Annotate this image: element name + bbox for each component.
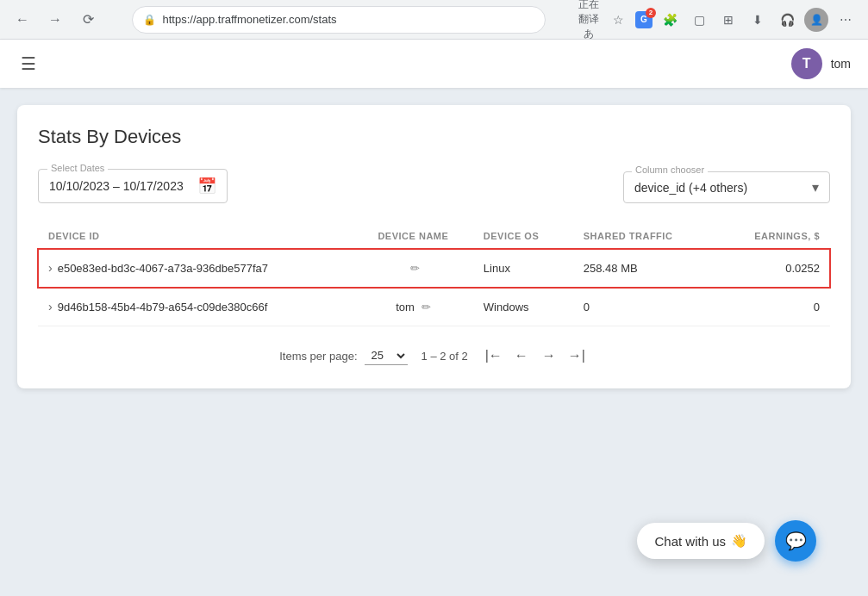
table-row: › e50e83ed-bd3c-4067-a73a-936dbe577fa7 ✏…	[38, 249, 830, 288]
cell-device-name-1: ✏	[353, 249, 473, 288]
stats-card: Stats By Devices Select Dates 10/10/2023…	[17, 105, 851, 388]
date-label: Select Dates	[47, 163, 108, 173]
top-nav: ☰ T tom	[0, 40, 868, 88]
more-menu-button[interactable]: ⋯	[834, 8, 858, 32]
cell-shared-traffic-2: 0	[573, 288, 717, 326]
user-info: T tom	[791, 48, 851, 79]
per-page-select[interactable]: 25 50 100	[365, 346, 408, 365]
device-name-value-2: tom	[396, 301, 415, 314]
extensions-button[interactable]: G 2	[635, 11, 653, 28]
bookmark-button[interactable]: ☆	[606, 8, 630, 32]
split-view-button[interactable]: ▢	[687, 8, 711, 32]
cell-device-name-2: tom ✏	[353, 288, 473, 326]
device-id-value-1: e50e83ed-bd3c-4067-a73a-936dbe577fa7	[58, 262, 268, 275]
user-name: tom	[831, 57, 851, 71]
headphone-button[interactable]: 🎧	[775, 8, 799, 32]
column-chooser[interactable]: Column chooser device_id (+4 others) ▾	[623, 171, 830, 203]
column-chooser-select[interactable]: device_id (+4 others) ▾	[623, 171, 830, 203]
chat-widget: Chat with us 👋 💬	[637, 520, 816, 562]
dropdown-arrow-icon: ▾	[812, 179, 819, 196]
cell-device-id-1: › e50e83ed-bd3c-4067-a73a-936dbe577fa7	[38, 249, 353, 288]
bookmarks-bar-button[interactable]: ⊞	[716, 8, 740, 32]
cell-earnings-2: 0	[717, 288, 830, 326]
download-button[interactable]: ⬇	[746, 8, 770, 32]
device-id-value-2: 9d46b158-45b4-4b79-a654-c09de380c66f	[58, 301, 268, 314]
page-title: Stats By Devices	[38, 126, 830, 148]
first-page-button[interactable]: |←	[482, 344, 506, 368]
table-wrapper: DEVICE ID DEVICE NAME DEVICE OS SHARED T…	[38, 224, 830, 326]
extensions-badge: 2	[646, 8, 656, 18]
main-content: Stats By Devices Select Dates 10/10/2023…	[0, 88, 868, 406]
forward-button[interactable]: →	[43, 8, 67, 32]
chat-emoji: 👋	[731, 533, 747, 549]
url-text: https://app.traffmonetizer.com/stats	[163, 13, 337, 26]
table-row: › 9d46b158-45b4-4b79-a654-c09de380c66f t…	[38, 288, 830, 326]
cell-earnings-1: 0.0252	[717, 249, 830, 288]
col-shared-traffic: SHARED TRAFFIC	[573, 224, 717, 249]
edit-icon-1[interactable]: ✏	[410, 262, 420, 275]
next-page-button[interactable]: →	[537, 344, 561, 368]
items-per-page-label: Items per page:	[279, 350, 357, 363]
table-header: DEVICE ID DEVICE NAME DEVICE OS SHARED T…	[38, 224, 830, 249]
col-device-id: DEVICE ID	[38, 224, 353, 249]
col-device-name: DEVICE NAME	[353, 224, 473, 249]
edit-icon-2[interactable]: ✏	[422, 301, 431, 314]
date-picker[interactable]: Select Dates 10/10/2023 – 10/17/2023 📅	[38, 169, 228, 203]
translate-button[interactable]: 正在翻译 あ	[577, 8, 601, 32]
chat-label: Chat with us	[654, 534, 726, 549]
lock-icon: 🔒	[143, 14, 156, 26]
app-container: ☰ T tom Stats By Devices Select Dates 10…	[0, 40, 868, 596]
last-page-button[interactable]: →|	[565, 344, 589, 368]
prev-page-button[interactable]: ←	[509, 344, 534, 368]
refresh-button[interactable]: ⟳	[76, 8, 100, 32]
cell-device-os-1: Linux	[473, 249, 573, 288]
header-row: DEVICE ID DEVICE NAME DEVICE OS SHARED T…	[38, 224, 830, 249]
stats-table: DEVICE ID DEVICE NAME DEVICE OS SHARED T…	[38, 224, 830, 326]
pagination-row: Items per page: 25 50 100 1 – 2 of 2 |← …	[38, 344, 830, 368]
col-earnings: EARNINGS, $	[717, 224, 830, 249]
column-chooser-value: device_id (+4 others)	[634, 181, 747, 195]
cell-device-os-2: Windows	[473, 288, 573, 326]
items-per-page: Items per page: 25 50 100	[279, 346, 407, 365]
expand-arrow-1[interactable]: ›	[48, 261, 53, 275]
chat-bubble[interactable]: Chat with us 👋	[637, 523, 765, 559]
chat-button[interactable]: 💬	[775, 520, 816, 562]
browser-right-icons: 正在翻译 あ ☆ G 2 🧩 ▢ ⊞ ⬇ 🎧 👤 ⋯	[577, 8, 858, 32]
col-device-os: DEVICE OS	[473, 224, 573, 249]
cell-device-id-2: › 9d46b158-45b4-4b79-a654-c09de380c66f	[38, 288, 353, 326]
table-body: › e50e83ed-bd3c-4067-a73a-936dbe577fa7 ✏…	[38, 249, 830, 326]
browser-profile-avatar[interactable]: 👤	[804, 8, 828, 32]
extensions-puzzle-button[interactable]: 🧩	[658, 8, 682, 32]
filters-row: Select Dates 10/10/2023 – 10/17/2023 📅 C…	[38, 169, 830, 203]
user-avatar[interactable]: T	[791, 48, 822, 79]
page-nav-buttons: |← ← → →|	[482, 344, 589, 368]
hamburger-menu[interactable]: ☰	[17, 50, 40, 78]
back-button[interactable]: ←	[10, 8, 34, 32]
page-info: 1 – 2 of 2	[422, 350, 468, 363]
cell-shared-traffic-1: 258.48 MB	[573, 249, 717, 288]
calendar-icon[interactable]: 📅	[197, 177, 216, 196]
column-chooser-label: Column chooser	[632, 165, 708, 175]
date-value: 10/10/2023 – 10/17/2023	[49, 179, 184, 193]
address-bar[interactable]: 🔒 https://app.traffmonetizer.com/stats	[132, 6, 546, 34]
expand-arrow-2[interactable]: ›	[48, 300, 53, 314]
chat-button-icon: 💬	[785, 531, 807, 551]
browser-chrome: ← → ⟳ 🔒 https://app.traffmonetizer.com/s…	[0, 0, 868, 40]
